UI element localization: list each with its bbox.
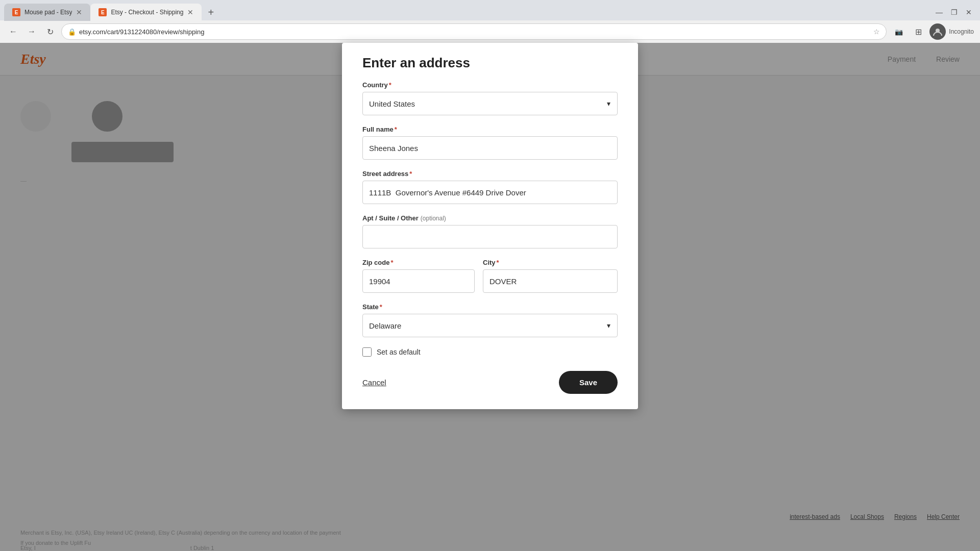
- country-group: Country* United States Canada United Kin…: [362, 81, 618, 115]
- zip-group: Zip code*: [362, 259, 475, 293]
- modal-title: Enter an address: [362, 43, 618, 81]
- city-input[interactable]: [483, 269, 618, 293]
- zip-label: Zip code*: [362, 259, 475, 266]
- country-select[interactable]: United States Canada United Kingdom: [362, 92, 618, 115]
- set-as-default-checkbox[interactable]: [362, 347, 372, 357]
- address-modal: Enter an address Country* United States …: [342, 43, 638, 409]
- tab2-favicon: E: [99, 8, 107, 16]
- street-required: *: [409, 170, 412, 178]
- city-group: City*: [483, 259, 618, 293]
- lock-icon: 🔒: [68, 28, 76, 36]
- close-button[interactable]: ✕: [966, 8, 972, 16]
- address-bar-text: etsy.com/cart/9131224080/review/shipping: [79, 28, 873, 36]
- new-tab-button[interactable]: +: [204, 5, 218, 19]
- tab-bar: E Mouse pad - Etsy ✕ E Etsy - Checkout -…: [0, 0, 980, 20]
- country-label: Country*: [362, 81, 618, 89]
- zip-required: *: [390, 259, 393, 266]
- tab1-label: Mouse pad - Etsy: [24, 9, 72, 16]
- save-button[interactable]: Save: [559, 371, 618, 394]
- city-label: City*: [483, 259, 618, 266]
- browser-chrome: E Mouse pad - Etsy ✕ E Etsy - Checkout -…: [0, 0, 980, 43]
- apt-suite-label: Apt / Suite / Other(optional): [362, 214, 618, 222]
- browser-right-icons: 📷 ⊞ Incognito: [891, 23, 974, 40]
- set-as-default-label: Set as default: [377, 348, 421, 356]
- restore-button[interactable]: ❐: [951, 8, 958, 16]
- tab2-close[interactable]: ✕: [187, 8, 193, 16]
- country-select-wrapper: United States Canada United Kingdom ▾: [362, 92, 618, 115]
- optional-text: (optional): [421, 215, 446, 222]
- forward-button[interactable]: →: [24, 24, 39, 39]
- state-required: *: [380, 303, 382, 311]
- apt-suite-group: Apt / Suite / Other(optional): [362, 214, 618, 248]
- street-address-label: Street address*: [362, 170, 618, 178]
- apt-suite-input[interactable]: [362, 225, 618, 248]
- state-group: State* Delaware California New York Texa…: [362, 303, 618, 337]
- zip-input[interactable]: [362, 269, 475, 293]
- minimize-button[interactable]: —: [936, 8, 943, 16]
- tab2-label: Etsy - Checkout - Shipping: [111, 9, 183, 16]
- camera-off-icon[interactable]: 📷: [891, 23, 907, 40]
- incognito-icon[interactable]: [929, 23, 946, 40]
- full-name-group: Full name*: [362, 126, 618, 160]
- zip-city-row: Zip code* City*: [362, 259, 618, 293]
- incognito-label: Incognito: [949, 28, 974, 35]
- street-address-input[interactable]: [362, 181, 618, 204]
- tab-2[interactable]: E Etsy - Checkout - Shipping ✕: [90, 4, 202, 21]
- set-as-default-row: Set as default: [362, 347, 618, 357]
- incognito-svg: [933, 27, 943, 37]
- bookmark-icon[interactable]: ☆: [873, 28, 880, 36]
- full-name-label: Full name*: [362, 126, 618, 133]
- extensions-icon[interactable]: ⊞: [910, 23, 926, 40]
- state-label: State*: [362, 303, 618, 311]
- country-required: *: [389, 81, 391, 89]
- browser-controls: ← → ↻ 🔒 etsy.com/cart/9131224080/review/…: [0, 20, 980, 43]
- modal-actions: Cancel Save: [362, 371, 618, 394]
- fullname-required: *: [395, 126, 397, 133]
- tab1-favicon: E: [12, 8, 20, 16]
- back-button[interactable]: ←: [6, 24, 20, 39]
- tab-1[interactable]: E Mouse pad - Etsy ✕: [4, 4, 90, 21]
- city-required: *: [497, 259, 499, 266]
- full-name-input[interactable]: [362, 136, 618, 160]
- address-bar[interactable]: 🔒 etsy.com/cart/9131224080/review/shippi…: [61, 23, 887, 40]
- tab1-close[interactable]: ✕: [76, 8, 82, 16]
- state-select-wrapper: Delaware California New York Texas ▾: [362, 314, 618, 337]
- refresh-button[interactable]: ↻: [43, 24, 57, 39]
- street-address-group: Street address*: [362, 170, 618, 204]
- state-select[interactable]: Delaware California New York Texas: [362, 314, 618, 337]
- cancel-button[interactable]: Cancel: [362, 373, 386, 392]
